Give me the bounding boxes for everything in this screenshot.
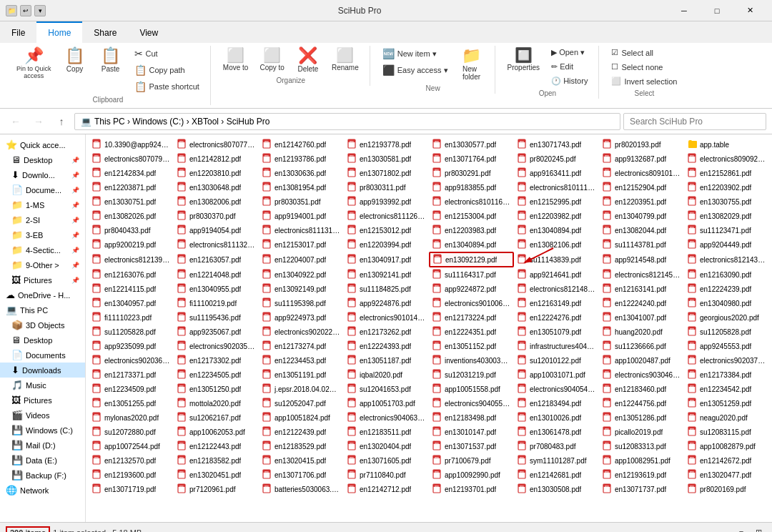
move-to-button[interactable]: ⬜ Move to xyxy=(218,46,254,74)
list-item[interactable]: PDF app9224872.pdf xyxy=(429,282,514,296)
list-item[interactable]: PDF iqbal2020.pdf xyxy=(344,368,429,382)
list-item[interactable]: PDF app10020487.pdf xyxy=(599,353,684,368)
list-item[interactable]: PDF en12193786.pdf xyxy=(259,152,344,166)
list-item[interactable]: PDF app9204449.pdf xyxy=(684,237,769,252)
list-item[interactable]: PDF en13010026.pdf xyxy=(514,410,599,425)
list-item[interactable]: PDF en13051152.pdf xyxy=(429,339,514,353)
list-item[interactable]: PDF app9245553.pdf xyxy=(684,339,769,353)
list-item[interactable]: PDF en13040957.pdf xyxy=(89,296,174,310)
list-item[interactable]: PDF en12183498.pdf xyxy=(429,410,514,425)
sidebar-item-windows-c[interactable]: 💾 Windows (C:) xyxy=(0,423,85,438)
list-item[interactable]: PDF en12203951.pdf xyxy=(599,194,684,209)
list-item[interactable]: PDF en12142812.pdf xyxy=(174,152,259,166)
list-item[interactable]: PDF en13041007.pdf xyxy=(599,310,684,325)
cut-button[interactable]: ✂ Cut xyxy=(129,46,204,61)
list-item[interactable]: PDF su12031219.pdf xyxy=(429,368,514,382)
quick-down-icon[interactable]: ▾ xyxy=(34,5,46,16)
list-item[interactable]: PDF en13051259.pdf xyxy=(684,396,769,410)
list-item[interactable]: PDF su11205828.pdf xyxy=(89,325,174,339)
list-item[interactable]: PDF su12041653.pdf xyxy=(344,382,429,396)
list-item[interactable]: PDF en12173371.pdf xyxy=(89,368,174,382)
list-item[interactable]: PDF pr8020169.pdf xyxy=(684,482,769,496)
list-item[interactable]: PDF fi11110223.pdf xyxy=(89,310,174,325)
list-item[interactable]: PDF en13020404.pdf xyxy=(344,439,429,453)
list-item[interactable]: PDF electronics8090925.pdf xyxy=(684,152,769,166)
list-item[interactable]: PDF en12173262.pdf xyxy=(344,325,429,339)
list-item[interactable]: PDF electronics8070774.pdf xyxy=(174,137,259,152)
list-item[interactable]: PDF en13040980.pdf xyxy=(684,296,769,310)
edit-button[interactable]: ✏ Edit xyxy=(546,60,593,74)
open-button[interactable]: ▶ Open ▾ xyxy=(546,46,593,59)
list-item[interactable]: PDF en12173224.pdf xyxy=(429,310,514,325)
maximize-button[interactable]: □ xyxy=(701,0,733,21)
list-item[interactable]: PDF en12152904.pdf xyxy=(599,180,684,194)
back-button[interactable]: ← xyxy=(6,112,26,132)
sidebar-item-downloads2[interactable]: ⬇ Downloads xyxy=(0,363,85,378)
list-item[interactable]: PDF 10.3390@app9245436.pdf xyxy=(89,137,174,152)
properties-button[interactable]: 🔲 Properties xyxy=(503,46,545,74)
invert-selection-button[interactable]: ⬜ Invert selection xyxy=(606,74,682,88)
list-item[interactable]: PDF en12153004.pdf xyxy=(429,209,514,223)
list-item[interactable]: PDF pr8030291.pdf xyxy=(429,166,514,180)
list-item[interactable]: PDF su12010122.pdf xyxy=(514,353,599,368)
list-item[interactable]: PDF en12193778.pdf xyxy=(344,137,429,152)
list-item[interactable]: PDF su11123471.pdf xyxy=(684,223,769,237)
up-button[interactable]: ↑ xyxy=(51,112,71,132)
list-item[interactable]: PDF su11195398.pdf xyxy=(259,296,344,310)
sidebar-item-network[interactable]: 🌐 Network xyxy=(0,483,85,498)
list-item[interactable]: PDF en13051079.pdf xyxy=(514,325,599,339)
list-item[interactable]: PDF electronics8111314.pdf xyxy=(259,223,344,237)
delete-button[interactable]: ❌ Delete xyxy=(291,46,325,75)
list-item[interactable]: PDF en12173384.pdf xyxy=(684,368,769,382)
list-item[interactable]: PDF su12052047.pdf xyxy=(259,396,344,410)
list-item[interactable]: PDF electronics9020363.pdf xyxy=(89,353,174,368)
list-item[interactable]: PDF en13040922.pdf xyxy=(259,267,344,282)
list-item[interactable]: PDF en12142712.pdf xyxy=(344,482,429,496)
list-item[interactable]: PDF electronics9020225.pdf xyxy=(259,325,344,339)
list-item[interactable]: PDF electronics8111326.pdf xyxy=(174,237,259,252)
list-item[interactable]: PDF electronics8121434.pdf xyxy=(684,252,769,267)
sidebar-item-onedrive[interactable]: ☁ OneDrive - H... xyxy=(0,287,85,302)
list-item[interactable]: PDF en13030751.pdf xyxy=(89,194,174,209)
list-item[interactable]: PDF huang2020.pdf xyxy=(599,325,684,339)
list-item[interactable]: PDF su11195436.pdf xyxy=(174,310,259,325)
list-item[interactable]: PDF app9132687.pdf xyxy=(599,152,684,166)
quick-back-icon[interactable]: ↩ xyxy=(20,5,31,16)
list-item[interactable]: PDF app10082951.pdf xyxy=(599,453,684,468)
list-item[interactable]: PDF electronics9040638.pdf xyxy=(344,410,429,425)
list-item[interactable]: PDF electronics8101110.pdf xyxy=(514,180,599,194)
details-view-button[interactable]: ≡ xyxy=(733,525,749,533)
list-item[interactable]: PDF mylonas2020.pdf xyxy=(89,410,174,425)
sidebar-item-videos[interactable]: 🎬 Videos xyxy=(0,408,85,423)
list-item[interactable]: PDF en13051191.pdf xyxy=(259,368,344,382)
list-item[interactable]: PDF pr8020193.pdf xyxy=(599,137,684,152)
list-item[interactable]: PDF en12142834.pdf xyxy=(89,166,174,180)
list-item[interactable]: PDF en13082026.pdf xyxy=(89,209,174,223)
list-item[interactable]: PDF en12183511.pdf xyxy=(344,425,429,439)
sidebar-item-3d-objects[interactable]: 📦 3D Objects xyxy=(0,317,85,332)
sidebar-item-downloads[interactable]: ⬇ Downlo... 📌 xyxy=(0,167,85,182)
sidebar-item-music[interactable]: 🎵 Music xyxy=(0,378,85,393)
list-item[interactable]: PDF en12163076.pdf xyxy=(89,267,174,282)
list-item[interactable]: PDF su12072880.pdf xyxy=(89,425,174,439)
list-item[interactable]: PDF en12163090.pdf xyxy=(684,267,769,282)
list-item[interactable]: PDF su11143839.pdf xyxy=(514,252,599,267)
list-item[interactable]: PDF en13051286.pdf xyxy=(599,410,684,425)
list-item[interactable]: PDF electronics8111265.pdf xyxy=(344,209,429,223)
list-item[interactable]: PDF en12122439.pdf xyxy=(259,425,344,439)
list-item[interactable]: PDF en12152861.pdf xyxy=(684,166,769,180)
list-item[interactable]: PDF en13092149.pdf xyxy=(259,282,344,296)
list-item[interactable]: PDF app10082879.pdf xyxy=(684,439,769,453)
sidebar-item-4sect[interactable]: 📁 4-Sectic... 📌 xyxy=(0,242,85,257)
list-item[interactable]: PDF electronics8121485.pdf xyxy=(514,282,599,296)
list-item[interactable]: PDF en12183460.pdf xyxy=(599,382,684,396)
list-item[interactable]: PDF su11184825.pdf xyxy=(344,282,429,296)
list-item[interactable]: PDF en12203902.pdf xyxy=(684,180,769,194)
list-item[interactable]: PDF inventions4030037.pdf xyxy=(429,353,514,368)
list-item[interactable]: PDF app9183855.pdf xyxy=(429,180,514,194)
list-item[interactable]: PDF sym11101287.pdf xyxy=(514,453,599,468)
close-button[interactable]: ✕ xyxy=(733,0,766,21)
list-item[interactable]: PDF su11205828.pdf xyxy=(684,325,769,339)
list-item[interactable]: PDF infrastructures4040061.pdf xyxy=(514,339,599,353)
list-item[interactable]: PDF en12203994.pdf xyxy=(344,237,429,252)
